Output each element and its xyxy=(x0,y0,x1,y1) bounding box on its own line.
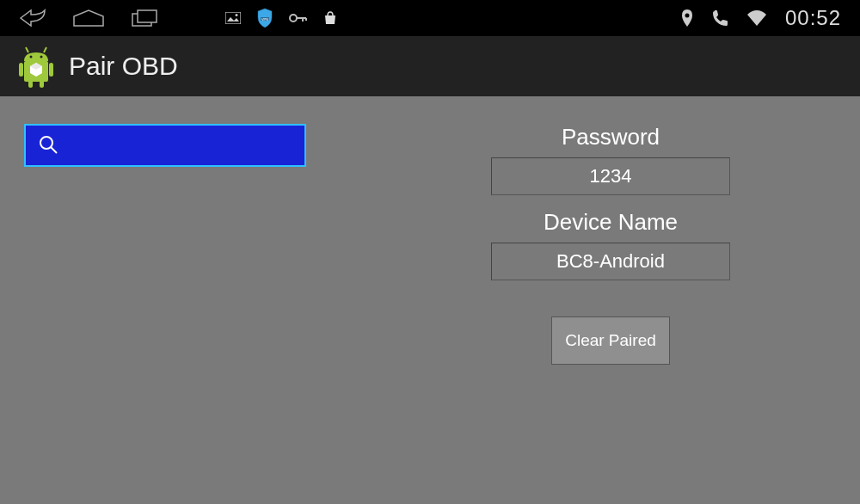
form-column: Password Device Name Clear Paired xyxy=(385,124,836,365)
svg-text:VPN: VPN xyxy=(261,17,268,22)
svg-rect-2 xyxy=(225,12,241,24)
password-label: Password xyxy=(562,124,660,151)
device-name-group: Device Name xyxy=(491,209,730,280)
app-icon xyxy=(15,44,57,89)
location-icon xyxy=(680,9,694,27)
svg-rect-17 xyxy=(49,63,53,77)
svg-point-20 xyxy=(40,137,52,149)
svg-point-15 xyxy=(40,56,43,58)
svg-rect-18 xyxy=(28,80,33,88)
svg-point-6 xyxy=(290,15,297,22)
back-button[interactable] xyxy=(19,9,46,28)
svg-point-14 xyxy=(30,56,33,58)
svg-rect-19 xyxy=(40,80,44,88)
app-title: Pair OBD xyxy=(69,52,178,81)
notification-icons: VPN xyxy=(225,8,337,28)
clock: 00:52 xyxy=(785,6,841,30)
store-icon xyxy=(323,11,337,25)
vpn-shield-icon: VPN xyxy=(256,8,273,28)
nav-buttons-left: VPN xyxy=(19,8,337,28)
content-area: Password Device Name Clear Paired xyxy=(0,96,860,392)
password-group: Password xyxy=(491,124,730,195)
device-name-input[interactable] xyxy=(491,243,730,280)
search-icon xyxy=(38,134,60,157)
password-input[interactable] xyxy=(491,157,730,195)
search-column xyxy=(24,124,316,365)
phone-icon xyxy=(711,9,728,27)
wifi-icon xyxy=(746,9,768,27)
device-name-label: Device Name xyxy=(544,209,678,236)
svg-rect-1 xyxy=(138,10,157,22)
status-icons-right: 00:52 xyxy=(680,6,841,30)
clear-paired-button[interactable]: Clear Paired xyxy=(551,317,670,365)
svg-line-21 xyxy=(51,147,57,153)
svg-point-10 xyxy=(685,14,689,18)
svg-line-13 xyxy=(44,47,46,52)
svg-point-3 xyxy=(236,14,238,16)
recent-apps-button[interactable] xyxy=(131,9,158,28)
key-icon xyxy=(289,13,308,23)
app-header: Pair OBD xyxy=(0,36,860,96)
svg-line-12 xyxy=(26,47,28,52)
picture-icon xyxy=(225,12,241,24)
search-input[interactable] xyxy=(24,124,306,167)
home-button[interactable] xyxy=(71,9,107,28)
svg-rect-16 xyxy=(19,63,23,77)
status-bar: VPN xyxy=(0,0,860,36)
